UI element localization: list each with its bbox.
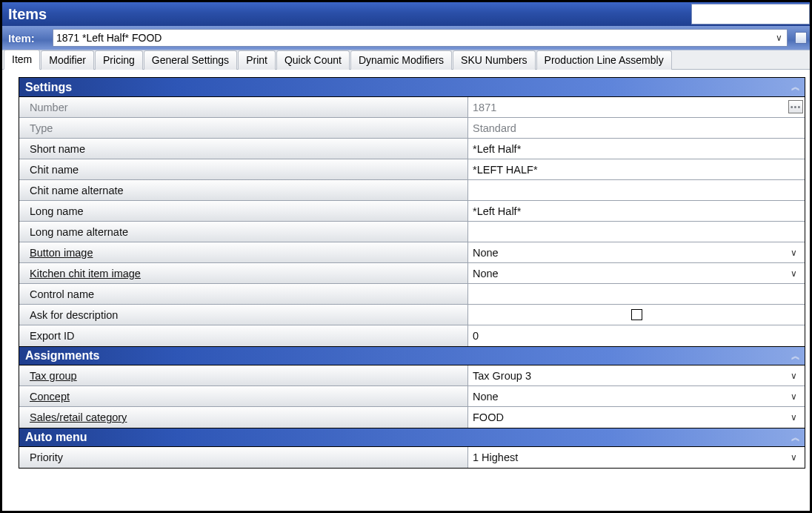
chevron-down-icon: ∨ xyxy=(791,452,797,463)
row-ask-for-description: Ask for description xyxy=(19,305,805,325)
section-title: Assignments xyxy=(25,349,99,363)
value-kitchen-chit-image[interactable]: None ∨ xyxy=(468,263,805,283)
value-long-name-alt[interactable] xyxy=(468,222,805,242)
tab-print[interactable]: Print xyxy=(238,50,276,70)
chevron-down-icon: ∨ xyxy=(791,248,797,258)
tab-strip: Item Modifier Pricing General Settings P… xyxy=(2,50,810,70)
item-dropdown-value: 1871 *Left Half* FOOD xyxy=(56,32,162,44)
value-button-image[interactable]: None ∨ xyxy=(468,242,805,262)
chevron-down-icon: ∨ xyxy=(791,371,797,381)
row-number: Number 1871 ••• xyxy=(19,97,805,118)
row-control-name: Control name xyxy=(19,284,805,305)
tab-quick-count[interactable]: Quick Count xyxy=(276,50,350,70)
label-control-name: Control name xyxy=(19,284,468,304)
row-chit-name-alt: Chit name alternate xyxy=(19,180,805,201)
chevron-up-double-icon: ︽ xyxy=(791,350,799,363)
label-sales-retail-category: Sales/retail category xyxy=(19,407,468,428)
label-chit-name: Chit name xyxy=(19,159,468,179)
section-header-assignments[interactable]: Assignments ︽ xyxy=(19,346,805,365)
row-sales-retail-category: Sales/retail category FOOD ∨ xyxy=(19,407,805,428)
item-selector-row: Item: 1871 *Left Half* FOOD ∨ xyxy=(2,26,810,50)
label-button-image: Button image xyxy=(19,242,468,262)
label-export-id: Export ID xyxy=(19,325,468,346)
row-long-name-alt: Long name alternate xyxy=(19,222,805,242)
value-priority[interactable]: 1 Highest ∨ xyxy=(468,447,805,468)
label-chit-name-alt: Chit name alternate xyxy=(19,180,468,200)
value-concept[interactable]: None ∨ xyxy=(468,386,805,406)
chevron-down-icon: ∨ xyxy=(791,412,797,423)
properties-panel: Settings ︽ Number 1871 ••• Type Standard… xyxy=(19,77,805,469)
row-chit-name: Chit name *LEFT HALF* xyxy=(19,159,805,180)
tab-modifier[interactable]: Modifier xyxy=(41,50,94,70)
row-priority: Priority 1 Highest ∨ xyxy=(19,447,805,468)
row-short-name: Short name *Left Half* xyxy=(19,139,805,159)
value-export-id[interactable]: 0 xyxy=(468,325,805,346)
chevron-up-double-icon: ︽ xyxy=(791,431,799,444)
row-export-id: Export ID 0 xyxy=(19,325,805,346)
value-number[interactable]: 1871 ••• xyxy=(468,97,805,117)
title-bar: Items xyxy=(2,2,810,26)
item-lookup-icon[interactable] xyxy=(795,32,807,44)
ellipsis-button[interactable]: ••• xyxy=(788,100,803,113)
label-kitchen-chit-image: Kitchen chit item image xyxy=(19,263,468,283)
tab-production-line-assembly[interactable]: Production Line Assembly xyxy=(536,50,672,70)
chevron-up-double-icon: ︽ xyxy=(791,81,799,93)
checkbox-ask-for-description[interactable] xyxy=(631,309,642,320)
row-tax-group: Tax group Tax Group 3 ∨ xyxy=(19,365,805,386)
tab-sku-numbers[interactable]: SKU Numbers xyxy=(453,50,535,70)
value-chit-name[interactable]: *LEFT HALF* xyxy=(468,159,805,179)
tab-pricing[interactable]: Pricing xyxy=(95,50,143,70)
auto-menu-rows: Priority 1 Highest ∨ xyxy=(19,447,805,468)
label-priority: Priority xyxy=(19,447,468,468)
chevron-down-icon: ∨ xyxy=(791,268,797,279)
value-tax-group[interactable]: Tax Group 3 ∨ xyxy=(468,365,805,385)
chevron-down-icon: ∨ xyxy=(776,33,782,43)
row-long-name: Long name *Left Half* xyxy=(19,201,805,222)
label-long-name: Long name xyxy=(19,201,468,221)
assignments-rows: Tax group Tax Group 3 ∨ Concept None ∨ S… xyxy=(19,365,805,428)
chevron-down-icon: ∨ xyxy=(791,391,797,402)
label-tax-group: Tax group xyxy=(19,365,468,385)
value-short-name[interactable]: *Left Half* xyxy=(468,139,805,159)
row-button-image: Button image None ∨ xyxy=(19,242,805,263)
settings-rows: Number 1871 ••• Type Standard Short name… xyxy=(19,97,805,346)
row-type: Type Standard xyxy=(19,118,805,139)
tab-general-settings[interactable]: General Settings xyxy=(144,50,237,70)
item-label: Item: xyxy=(5,32,48,44)
row-concept: Concept None ∨ xyxy=(19,386,805,407)
value-chit-name-alt[interactable] xyxy=(468,180,805,200)
value-long-name[interactable]: *Left Half* xyxy=(468,201,805,221)
content-area: Settings ︽ Number 1871 ••• Type Standard… xyxy=(2,70,810,469)
label-ask-for-description: Ask for description xyxy=(19,305,468,325)
value-control-name[interactable] xyxy=(468,284,805,304)
value-type: Standard xyxy=(468,118,805,138)
value-ask-for-description[interactable] xyxy=(468,305,805,325)
value-sales-retail-category[interactable]: FOOD ∨ xyxy=(468,407,805,428)
section-header-settings[interactable]: Settings ︽ xyxy=(19,78,805,97)
tab-dynamic-modifiers[interactable]: Dynamic Modifiers xyxy=(350,50,452,70)
section-header-auto-menu[interactable]: Auto menu ︽ xyxy=(19,428,805,447)
item-dropdown[interactable]: 1871 *Left Half* FOOD ∨ xyxy=(53,29,788,47)
title-search-box[interactable] xyxy=(691,4,810,24)
window-title: Items xyxy=(8,6,47,23)
section-title: Auto menu xyxy=(25,431,87,444)
section-title: Settings xyxy=(25,81,72,94)
row-kitchen-chit-image: Kitchen chit item image None ∨ xyxy=(19,263,805,284)
label-type: Type xyxy=(19,118,468,138)
label-concept: Concept xyxy=(19,386,468,406)
label-short-name: Short name xyxy=(19,139,468,159)
label-number: Number xyxy=(19,97,468,117)
label-long-name-alt: Long name alternate xyxy=(19,222,468,242)
tab-item[interactable]: Item xyxy=(4,50,40,70)
